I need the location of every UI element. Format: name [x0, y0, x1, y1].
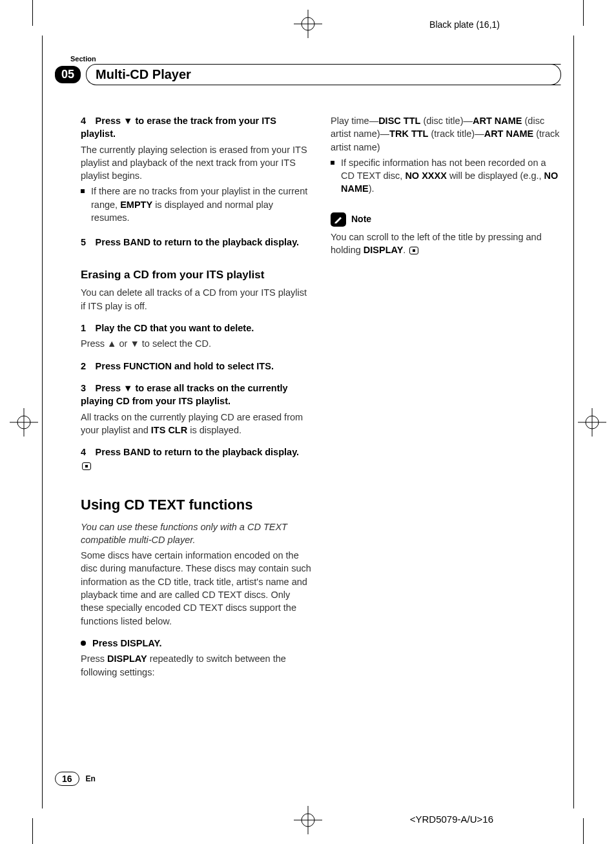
step-title: Press DISPLAY.	[92, 637, 161, 650]
left-column: 4 Press ▼ to erase the track from your I…	[81, 114, 311, 681]
footer-code: <YRD5079-A/U>16	[410, 814, 493, 825]
major-heading: Using CD TEXT functions	[81, 495, 311, 515]
text: ).	[369, 183, 375, 194]
square-bullet-icon	[331, 161, 334, 165]
step-title: 4 Press ▼ to erase the track from your I…	[81, 114, 311, 141]
page-title: Multi-CD Player	[86, 64, 561, 85]
round-bullet-icon	[81, 641, 86, 646]
text: You can scroll to the left of the title …	[331, 232, 542, 255]
step-body: All tracks on the currently playing CD a…	[81, 411, 311, 437]
step-title: 4 Press BAND to return to the playback d…	[81, 446, 311, 472]
body-text: Some discs have certain information enco…	[81, 549, 311, 628]
settings-list: Play time—DISC TTL (disc title)—ART NAME…	[331, 114, 561, 154]
note-label: Note	[351, 213, 371, 226]
text-strong: ART NAME	[473, 116, 522, 126]
crop-mark-bottom-icon	[294, 806, 322, 834]
text: Press	[81, 654, 107, 664]
text: is displayed.	[187, 425, 241, 435]
text: (track title)—	[428, 129, 484, 139]
step-title: 3 Press ▼ to erase all tracks on the cur…	[81, 382, 311, 408]
subheading: Erasing a CD from your ITS playlist	[81, 267, 311, 283]
text: 4 Press BAND to return to the playback d…	[81, 447, 299, 457]
section-label: Section	[70, 55, 561, 63]
text: Play time—	[331, 116, 378, 126]
intro-text: You can delete all tracks of a CD from y…	[81, 286, 311, 313]
text-strong: ITS CLR	[151, 425, 187, 435]
trim-line	[32, 0, 33, 26]
trim-line	[32, 818, 33, 844]
trim-line	[573, 36, 574, 808]
page-footer: 16 En	[55, 772, 96, 786]
end-mark-icon	[82, 462, 91, 470]
trim-line	[583, 0, 584, 26]
end-mark-icon	[409, 247, 418, 254]
crop-mark-left-icon	[10, 408, 38, 437]
crop-mark-top-icon	[294, 10, 322, 38]
text: (disc title)—	[420, 116, 473, 126]
black-plate-label: Black plate (16,1)	[429, 19, 500, 30]
bullet-item: Press DISPLAY.	[81, 637, 311, 652]
bullet-item: If specific information has not been rec…	[331, 156, 561, 198]
note-header: Note	[331, 212, 561, 227]
text-strong: TRK TTL	[389, 129, 428, 139]
step-body: Press DISPLAY repeatedly to switch betwe…	[81, 652, 311, 679]
text: will be displayed (e.g.,	[447, 170, 544, 181]
text-strong: DISPLAY	[364, 245, 404, 255]
italic-note: You can use these functions only with a …	[81, 520, 311, 547]
text-strong: EMPTY	[120, 200, 152, 210]
header-row: 05 Multi-CD Player	[55, 64, 561, 85]
square-bullet-icon	[81, 189, 85, 193]
step-title: 5 Press BAND to return to the playback d…	[81, 236, 311, 249]
step-body: Press ▲ or ▼ to select the CD.	[81, 337, 311, 350]
page-content: Section 05 Multi-CD Player 4 Press ▼ to …	[55, 55, 561, 786]
bullet-item: If there are no tracks from your playlis…	[81, 185, 311, 227]
text: .	[403, 245, 406, 255]
step-body: The currently playing selection is erase…	[81, 143, 311, 183]
trim-line	[583, 818, 584, 844]
text-strong: ART NAME	[484, 129, 534, 139]
trim-line	[42, 36, 43, 808]
crop-mark-right-icon	[578, 408, 606, 437]
note-body: You can scroll to the left of the title …	[331, 231, 561, 257]
language-label: En	[86, 774, 96, 783]
right-column: Play time—DISC TTL (disc title)—ART NAME…	[331, 114, 561, 681]
text-strong: DISPLAY	[107, 654, 147, 664]
step-title: 2 Press FUNCTION and hold to select ITS.	[81, 360, 311, 373]
text-strong: DISC TTL	[378, 116, 420, 126]
note-icon	[331, 212, 346, 227]
step-title: 1 Play the CD that you want to delete.	[81, 322, 311, 335]
page-number: 16	[55, 772, 79, 786]
text-strong: NO XXXX	[405, 170, 446, 181]
section-number-pill: 05	[55, 66, 81, 83]
